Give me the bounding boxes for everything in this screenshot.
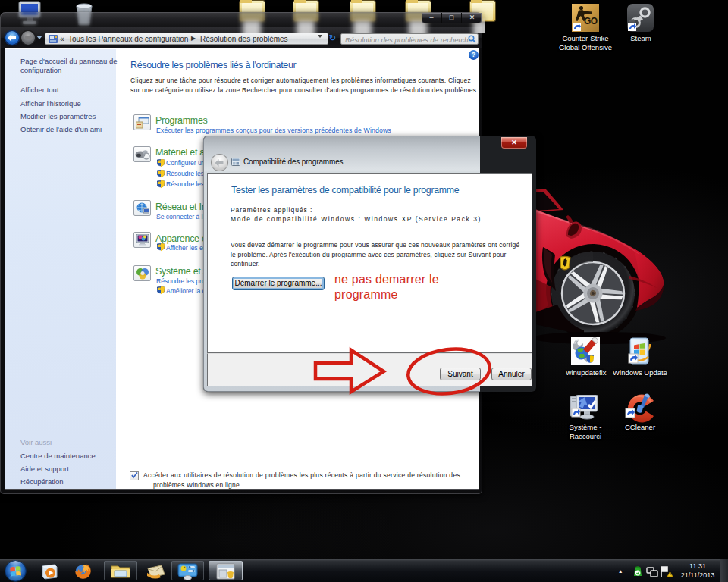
svg-text:GO: GO <box>584 16 598 27</box>
